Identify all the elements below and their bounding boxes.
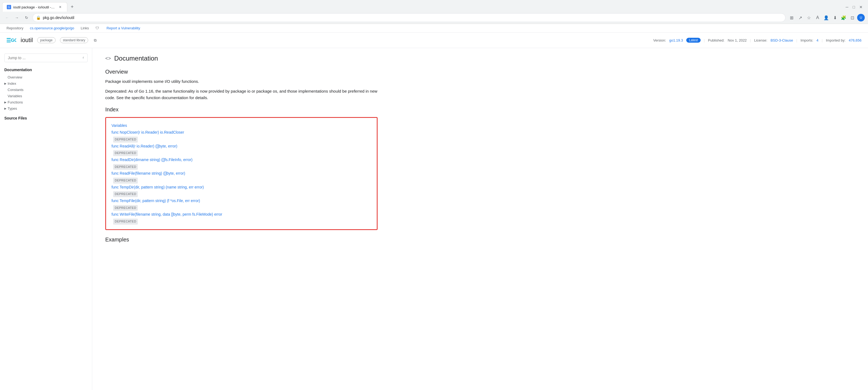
new-tab-button[interactable]: + — [68, 3, 76, 11]
published-label: Published: — [708, 38, 724, 43]
page-header: GO ioutil package standard library ⧉ Ver… — [0, 33, 868, 48]
sidebar-item-variables-label: Variables — [8, 94, 22, 98]
tab-title: ioutil package - io/ioutil - Go — [13, 5, 56, 9]
overview-text-1: Package ioutil implements some I/O utili… — [105, 78, 378, 85]
tab-bar: G ioutil package - io/ioutil - Go ✕ + ─ … — [0, 0, 868, 12]
latest-badge: Latest — [686, 38, 701, 43]
toolbar-icons: ⊞ ↗ ☆ A 👤 ⬇ 🧩 ⊡ U — [788, 14, 865, 22]
deprecated-badge-2: DEPRECATED — [113, 150, 138, 156]
translate-icon[interactable]: ⊞ — [788, 14, 795, 22]
links-label: Links — [81, 26, 89, 30]
published-date: Nov 1, 2022 — [728, 38, 747, 43]
license-link[interactable]: BSD-3-Clause — [771, 38, 793, 43]
standard-library-badge[interactable]: standard library — [60, 37, 88, 43]
sidebar-item-functions[interactable]: ▶ Functions — [4, 99, 88, 105]
forward-button[interactable]: → — [13, 14, 21, 22]
sidebar-item-functions-label: Functions — [8, 100, 23, 104]
profile-translate-icon[interactable]: A — [814, 14, 822, 22]
sidebar-item-types[interactable]: ▶ Types — [4, 105, 88, 112]
tab-close-button[interactable]: ✕ — [58, 5, 63, 9]
deprecated-badge-5: DEPRECATED — [113, 191, 138, 197]
back-button[interactable]: ← — [3, 14, 11, 22]
profile-icon-2[interactable]: 👤 — [823, 14, 830, 22]
deprecated-badge-6: DEPRECATED — [113, 205, 138, 211]
index-variables-link[interactable]: Variables — [112, 122, 371, 129]
deprecated-badge-7: DEPRECATED — [113, 219, 138, 225]
info-bar: Repository cs.opensource.google/go/go Li… — [0, 24, 868, 33]
index-func-tempdir-link[interactable]: func TempDir(dir, pattern string) (name … — [112, 184, 371, 191]
sidebar-item-overview-label: Overview — [8, 75, 22, 79]
index-func-readfile-link[interactable]: func ReadFile(filename string) ([]byte, … — [112, 170, 371, 177]
download-icon[interactable]: ⬇ — [831, 14, 839, 22]
share-icon[interactable]: ↗ — [796, 14, 804, 22]
functions-arrow-icon: ▶ — [4, 101, 6, 104]
bookmark-icon[interactable]: ☆ — [805, 14, 813, 22]
refresh-button[interactable]: ↻ — [23, 14, 30, 22]
index-func-readall-link[interactable]: func ReadAll(r io.Reader) ([]byte, error… — [112, 143, 371, 150]
index-item-3: func ReadDir(dirname string) ([]fs.FileI… — [112, 157, 371, 170]
index-func-readdir-link[interactable]: func ReadDir(dirname string) ([]fs.FileI… — [112, 157, 371, 163]
close-window-icon[interactable]: ✕ — [859, 5, 863, 9]
examples-heading: Examples — [105, 236, 378, 243]
sidebar: f Documentation Overview ▶ Index Constan… — [0, 48, 92, 390]
doc-main-title: Documentation — [114, 55, 158, 62]
separator-3: | — [796, 38, 797, 43]
tab-grid-icon[interactable]: ⊡ — [848, 14, 856, 22]
index-heading: Index — [105, 107, 378, 113]
report-vulnerability-link[interactable]: Report a Vulnerability — [106, 26, 140, 30]
user-profile-button[interactable]: U — [857, 14, 865, 22]
package-badge[interactable]: package — [37, 37, 55, 43]
separator-1: | — [704, 38, 705, 43]
package-name: ioutil — [21, 37, 33, 44]
index-item-4: func ReadFile(filename string) ([]byte, … — [112, 170, 371, 184]
address-bar-row: ← → ↻ 🔒 pkg.go.dev/io/ioutil ⊞ ↗ ☆ A 👤 ⬇… — [0, 12, 868, 24]
deprecated-badge-4: DEPRECATED — [113, 177, 138, 184]
index-item-6: func TempFile(dir, pattern string) (f *o… — [112, 197, 371, 211]
imports-label: Imports: — [801, 38, 813, 43]
index-arrow-icon: ▶ — [4, 82, 6, 85]
imported-by-label: Imported by: — [826, 38, 845, 43]
address-bar[interactable]: 🔒 pkg.go.dev/io/ioutil — [33, 13, 785, 22]
imported-by-count[interactable]: 476,656 — [849, 38, 862, 43]
main-container: f Documentation Overview ▶ Index Constan… — [0, 48, 868, 390]
extensions-icon[interactable]: 🧩 — [840, 14, 847, 22]
index-func-writefile-link[interactable]: func WriteFile(filename string, data []b… — [112, 211, 371, 218]
doc-title-icon: <> — [105, 56, 111, 61]
index-func-tempfile-link[interactable]: func TempFile(dir, pattern string) (f *o… — [112, 197, 371, 204]
index-item-7: func WriteFile(filename string, data []b… — [112, 211, 371, 225]
imports-count[interactable]: 4 — [816, 38, 818, 43]
index-func-nopcloser-link[interactable]: func NopCloser(r io.Reader) io.ReadClose… — [112, 129, 371, 136]
index-item-1: func NopCloser(r io.Reader) io.ReadClose… — [112, 129, 371, 143]
repository-link[interactable]: cs.opensource.google/go/go — [30, 26, 74, 30]
separator-4: | — [822, 38, 823, 43]
types-arrow-icon: ▶ — [4, 107, 6, 110]
documentation-section-title: Documentation — [4, 67, 88, 72]
sidebar-item-variables[interactable]: Variables — [4, 93, 88, 99]
source-files-title: Source Files — [4, 116, 88, 120]
index-box: Variables func NopCloser(r io.Reader) io… — [105, 117, 378, 230]
minimize-icon[interactable]: ─ — [846, 5, 848, 9]
sidebar-item-index[interactable]: ▶ Index — [4, 80, 88, 87]
tab-favicon: G — [7, 5, 11, 9]
doc-title-row: <> Documentation — [105, 55, 378, 62]
index-item-5: func TempDir(dir, pattern string) (name … — [112, 184, 371, 197]
overview-heading: Overview — [105, 69, 378, 75]
lock-icon: 🔒 — [36, 16, 41, 20]
copy-icon[interactable]: ⧉ — [93, 37, 98, 43]
version-link[interactable]: go1.19.3 — [669, 38, 683, 43]
browser-tab[interactable]: G ioutil package - io/ioutil - Go ✕ — [2, 2, 67, 12]
sidebar-item-index-label: Index — [8, 82, 16, 86]
sidebar-item-constants[interactable]: Constants — [4, 87, 88, 93]
header-meta: Version: go1.19.3 Latest | Published: No… — [653, 38, 862, 43]
jump-to-kbd: f — [82, 56, 84, 60]
repository-label: Repository — [6, 26, 23, 30]
overview-text-2: Deprecated: As of Go 1.16, the same func… — [105, 88, 378, 101]
sidebar-item-overview[interactable]: Overview — [4, 74, 88, 80]
svg-text:GO: GO — [11, 38, 16, 43]
jump-to-input[interactable] — [8, 56, 82, 60]
index-item-2: func ReadAll(r io.Reader) ([]byte, error… — [112, 143, 371, 157]
separator-2: | — [750, 38, 751, 43]
maximize-icon[interactable]: □ — [853, 5, 855, 9]
shield-icon: 🛡 — [95, 26, 99, 30]
deprecated-badge-3: DEPRECATED — [113, 164, 138, 170]
